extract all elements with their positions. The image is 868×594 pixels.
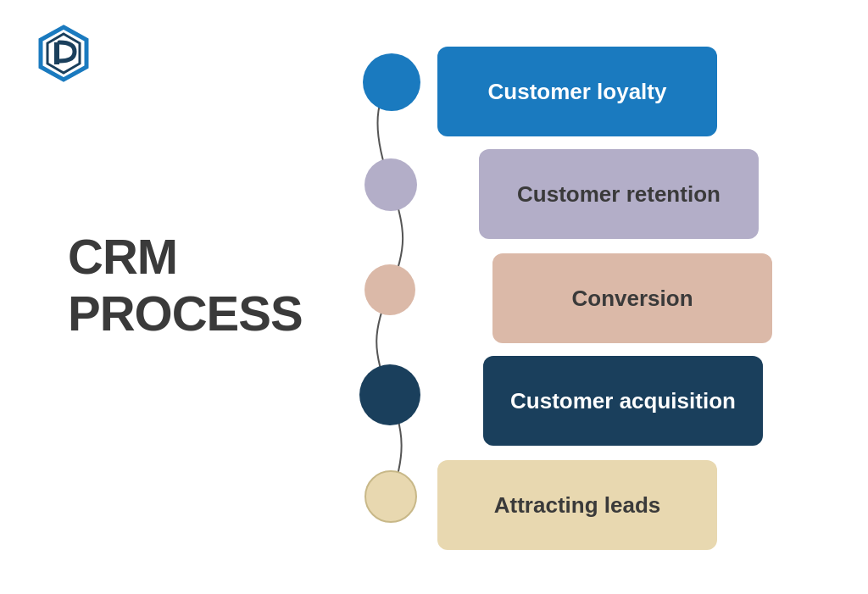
box-customer-loyalty: Customer loyalty — [437, 47, 717, 136]
box-attracting-leads: Attracting leads — [437, 460, 717, 550]
circle-loyalty — [363, 53, 420, 111]
circle-conversion — [364, 264, 415, 315]
box-customer-acquisition: Customer acquisition — [483, 356, 763, 446]
box-conversion: Conversion — [492, 253, 772, 343]
box-customer-retention: Customer retention — [479, 149, 759, 239]
circle-retention — [364, 158, 417, 211]
circle-leads — [364, 470, 417, 523]
circle-acquisition — [359, 364, 420, 425]
